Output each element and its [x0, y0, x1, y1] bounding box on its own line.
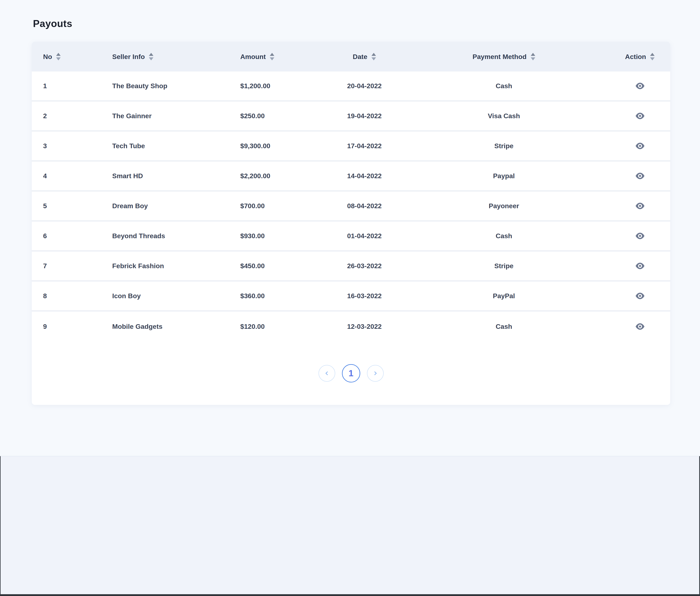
payment-method-cell: Cash — [398, 222, 610, 250]
column-header-no[interactable]: No — [32, 42, 112, 72]
eye-icon — [636, 263, 645, 269]
column-header-label: Payment Method — [472, 53, 526, 60]
seller-info-cell: Beyond Threads — [112, 222, 239, 250]
amount-cell: $700.00 — [239, 192, 331, 220]
amount-cell: $360.00 — [239, 281, 331, 310]
next-page-button[interactable] — [367, 365, 384, 382]
action-cell — [610, 72, 670, 100]
action-cell — [610, 281, 670, 310]
action-cell — [610, 192, 670, 220]
eye-icon — [636, 143, 645, 149]
view-payout-button[interactable] — [636, 323, 645, 330]
seller-info-cell: Tech Tube — [112, 131, 239, 160]
action-cell — [610, 131, 670, 160]
view-payout-button[interactable] — [636, 143, 645, 149]
payment-method-cell: Visa Cash — [398, 101, 610, 130]
seller-info-cell: The Gainner — [112, 101, 239, 130]
payouts-page: Payouts No Seller Info Amount Date Payme… — [0, 0, 700, 456]
chevron-right-icon — [372, 370, 378, 376]
amount-cell: $1,200.00 — [239, 72, 331, 100]
date-cell: 12-03-2022 — [331, 312, 398, 342]
row-number-cell: 2 — [32, 101, 112, 130]
column-header-label: Seller Info — [112, 53, 145, 60]
date-cell: 17-04-2022 — [331, 131, 398, 160]
action-cell — [610, 222, 670, 250]
seller-info-cell: The Beauty Shop — [112, 72, 239, 100]
row-number-cell: 6 — [32, 222, 112, 250]
amount-cell: $450.00 — [239, 251, 331, 280]
view-payout-button[interactable] — [636, 202, 645, 209]
payment-method-cell: Stripe — [398, 251, 610, 280]
eye-icon — [636, 202, 645, 209]
eye-icon — [636, 113, 645, 119]
date-cell: 08-04-2022 — [331, 192, 398, 220]
payment-method-cell: Stripe — [398, 131, 610, 160]
action-cell — [610, 312, 670, 342]
page-1-button[interactable]: 1 — [342, 364, 360, 382]
column-header-seller[interactable]: Seller Info — [112, 42, 239, 72]
sort-icon — [56, 53, 61, 60]
column-header-label: Amount — [240, 53, 266, 60]
row-number-cell: 1 — [32, 72, 112, 100]
date-cell: 19-04-2022 — [331, 101, 398, 130]
eye-icon — [636, 232, 645, 240]
sort-icon — [149, 53, 154, 60]
table-row: 6 Beyond Threads $930.00 01-04-2022 Cash — [32, 222, 670, 251]
payment-method-cell: Cash — [398, 312, 610, 342]
pagination: 1 — [32, 342, 670, 405]
table-row: 2 The Gainner $250.00 19-04-2022 Visa Ca… — [32, 101, 670, 131]
eye-icon — [636, 82, 645, 90]
table-row: 7 Febrick Fashion $450.00 26-03-2022 Str… — [32, 251, 670, 281]
row-number-cell: 8 — [32, 281, 112, 310]
payment-method-cell: Cash — [398, 72, 610, 100]
view-payout-button[interactable] — [636, 263, 645, 269]
payouts-table-card: No Seller Info Amount Date Payment Metho… — [32, 42, 670, 405]
amount-cell: $930.00 — [239, 222, 331, 250]
column-header-method[interactable]: Payment Method — [398, 42, 610, 72]
seller-info-cell: Mobile Gadgets — [112, 312, 239, 342]
column-header-action[interactable]: Action — [610, 42, 670, 72]
column-header-label: Date — [353, 53, 367, 60]
seller-info-cell: Dream Boy — [112, 192, 239, 220]
table-row: 3 Tech Tube $9,300.00 17-04-2022 Stripe — [32, 131, 670, 162]
view-payout-button[interactable] — [636, 293, 645, 299]
seller-info-cell: Smart HD — [112, 162, 239, 190]
page: Payouts No Seller Info Amount Date Payme… — [0, 0, 700, 596]
table-row: 9 Mobile Gadgets $120.00 12-03-2022 Cash — [32, 312, 670, 342]
payment-method-cell: PayPal — [398, 281, 610, 310]
amount-cell: $250.00 — [239, 101, 331, 130]
action-cell — [610, 162, 670, 190]
table-row: 1 The Beauty Shop $1,200.00 20-04-2022 C… — [32, 72, 670, 101]
view-payout-button[interactable] — [636, 232, 645, 240]
eye-icon — [636, 172, 645, 179]
date-cell: 14-04-2022 — [331, 162, 398, 190]
table-row: 8 Icon Boy $360.00 16-03-2022 PayPal — [32, 281, 670, 312]
amount-cell: $2,200.00 — [239, 162, 331, 190]
view-payout-button[interactable] — [636, 113, 645, 119]
sort-icon — [530, 53, 535, 60]
sort-icon — [371, 53, 376, 60]
date-cell: 20-04-2022 — [331, 72, 398, 100]
column-header-amount[interactable]: Amount — [239, 42, 331, 72]
view-payout-button[interactable] — [636, 172, 645, 179]
table-row: 5 Dream Boy $700.00 08-04-2022 Payoneer — [32, 192, 670, 222]
table-row: 4 Smart HD $2,200.00 14-04-2022 Paypal — [32, 162, 670, 192]
sort-icon — [270, 53, 275, 60]
window-bottom-edge — [0, 594, 700, 596]
eye-icon — [636, 323, 645, 330]
seller-info-cell: Febrick Fashion — [112, 251, 239, 280]
payment-method-cell: Paypal — [398, 162, 610, 190]
row-number-cell: 3 — [32, 131, 112, 160]
column-header-date[interactable]: Date — [331, 42, 398, 72]
column-header-label: No — [43, 53, 52, 60]
action-cell — [610, 101, 670, 130]
current-page-number: 1 — [348, 368, 353, 378]
view-payout-button[interactable] — [636, 82, 645, 90]
table-body: 1 The Beauty Shop $1,200.00 20-04-2022 C… — [32, 72, 670, 342]
amount-cell: $120.00 — [239, 312, 331, 342]
row-number-cell: 4 — [32, 162, 112, 190]
date-cell: 16-03-2022 — [331, 281, 398, 310]
prev-page-button[interactable] — [318, 365, 335, 382]
row-number-cell: 5 — [32, 192, 112, 220]
date-cell: 26-03-2022 — [331, 251, 398, 280]
